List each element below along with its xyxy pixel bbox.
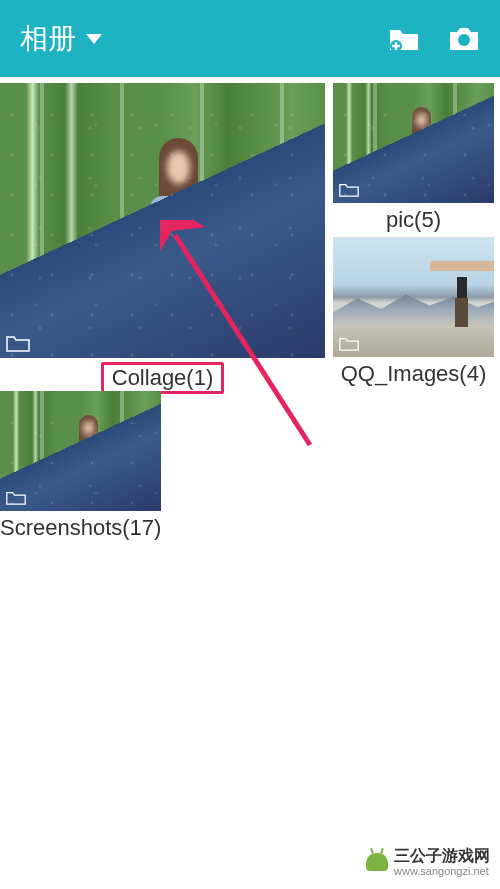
album-label: Screenshots(17) xyxy=(0,511,161,545)
album-pic[interactable]: pic(5) xyxy=(333,83,494,237)
header-title: 相册 xyxy=(20,20,76,58)
album-selector[interactable]: 相册 xyxy=(20,20,102,58)
watermark-url: www.sangongzi.net xyxy=(394,865,490,877)
svg-point-4 xyxy=(458,34,470,46)
album-qqimages[interactable]: QQ_Images(4) xyxy=(333,237,494,391)
folder-icon xyxy=(339,182,359,197)
watermark: 三公子游戏网 www.sangongzi.net xyxy=(366,847,490,877)
album-thumbnail xyxy=(333,83,494,203)
svg-rect-3 xyxy=(392,44,400,46)
camera-button[interactable] xyxy=(448,26,480,52)
folder-icon xyxy=(6,490,26,505)
app-header: 相册 xyxy=(0,0,500,77)
album-thumbnail xyxy=(0,83,325,358)
album-collage[interactable]: Collage(1) xyxy=(0,83,325,398)
android-icon xyxy=(366,853,388,871)
folder-icon xyxy=(339,336,359,351)
chevron-down-icon xyxy=(86,34,102,44)
album-label: pic(5) xyxy=(333,203,494,237)
album-screenshots[interactable]: Screenshots(17) xyxy=(0,391,161,545)
svg-marker-0 xyxy=(86,34,102,44)
album-thumbnail xyxy=(0,391,161,511)
album-label: QQ_Images(4) xyxy=(333,357,494,391)
folder-icon xyxy=(6,334,30,352)
watermark-text: 三公子游戏网 xyxy=(394,847,490,865)
new-folder-button[interactable] xyxy=(388,26,420,52)
highlight-annotation: Collage(1) xyxy=(101,362,225,394)
album-grid: Collage(1) pic(5) QQ_Images(4) xyxy=(0,77,500,89)
album-thumbnail xyxy=(333,237,494,357)
